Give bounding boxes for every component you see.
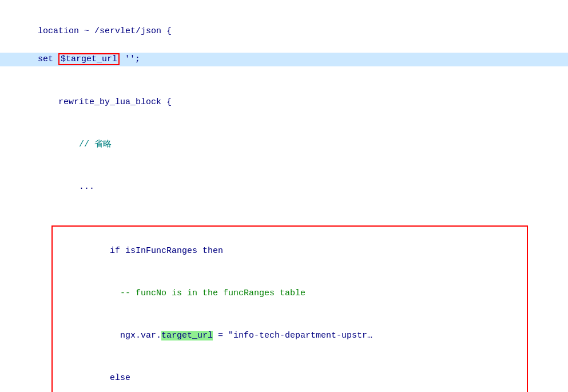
set-var-highlight: $target_url: [58, 53, 120, 65]
comment-1: -- funcNo is in the funcRanges table: [89, 288, 305, 298]
line-set: set $target_url '';: [0, 53, 568, 66]
blank-line-1: [17, 66, 551, 81]
box-line-if: if isInFuncRanges then: [58, 230, 521, 272]
line-ellipsis: ...: [17, 166, 551, 208]
blank-line-2: [17, 208, 551, 223]
set-keyword: set: [17, 54, 58, 64]
code-container: location ~ /servlet/json { set $target_u…: [0, 6, 568, 392]
line-location: location ~ /servlet/json {: [17, 10, 551, 53]
line-comment-omit: // 省略: [17, 124, 551, 166]
set-rest: '';: [120, 54, 140, 64]
box-comment-1: -- funcNo is in the funcRanges table: [58, 272, 521, 315]
keyword-location: location ~ /servlet/json {: [38, 26, 172, 36]
target-url-green-1: target_url: [161, 331, 213, 340]
red-box-block: if isInFuncRanges then -- funcNo is in t…: [51, 225, 528, 392]
line-rewrite: rewrite_by_lua_block {: [17, 81, 551, 124]
box-line-assign-1: ngx.var.target_url = "info-tech-departme…: [58, 315, 521, 357]
box-line-else: else: [58, 357, 521, 392]
comment-omit: // 省略: [38, 140, 112, 149]
